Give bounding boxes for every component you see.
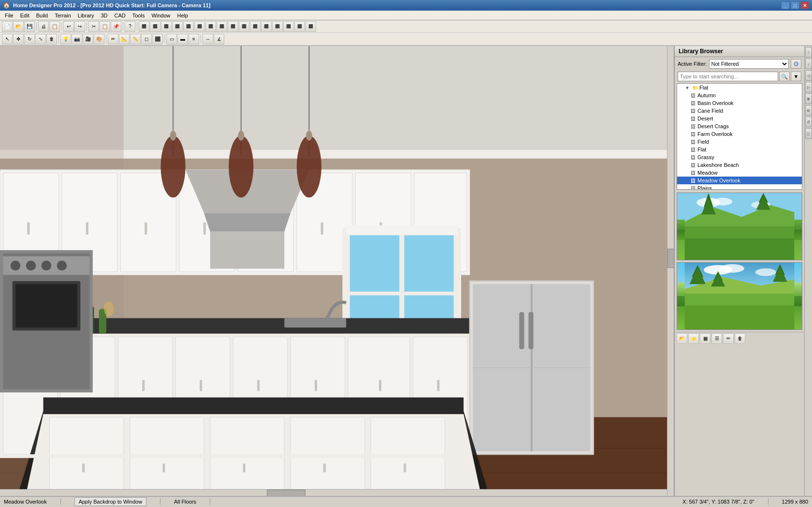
far-right-btn7[interactable]: ↺ — [805, 117, 812, 127]
tb-view16[interactable]: ⬛ — [305, 21, 316, 32]
tb-view15[interactable]: ⬛ — [294, 21, 305, 32]
menu-cad[interactable]: CAD — [111, 12, 128, 19]
menu-edit[interactable]: Edit — [17, 12, 32, 19]
close-button[interactable]: ✕ — [800, 1, 809, 9]
menu-help[interactable]: Help — [174, 12, 191, 19]
search-button[interactable]: 🔍 — [779, 72, 790, 81]
tree-item-cane-field[interactable]: 🖼 Cane Field — [677, 107, 802, 115]
library-tree[interactable]: ▼ 📁 Flat 🖼 Autumn 🖼 Basin Overlook 🖼 — [677, 83, 802, 190]
tb-view7[interactable]: ⬛ — [205, 21, 216, 32]
tb-view13[interactable]: ⬛ — [272, 21, 283, 32]
tb2-cam[interactable]: 📷 — [72, 34, 82, 45]
tb-help[interactable]: ? — [125, 21, 135, 32]
tree-item-farm[interactable]: 🖼 Farm Overlook — [677, 130, 802, 138]
preview-image-2[interactable] — [677, 262, 802, 330]
tb-view3[interactable]: ⬛ — [161, 21, 172, 32]
tb2-del[interactable]: 🗑 — [46, 34, 57, 45]
rp-btn6[interactable]: 🗑 — [735, 333, 745, 344]
search-options-btn[interactable]: ▼ — [791, 72, 801, 81]
viewport-vscroll[interactable] — [667, 46, 674, 496]
tree-item-desert-crags[interactable]: 🖼 Desert Crags — [677, 122, 802, 130]
tree-item-lakeshore[interactable]: 🖼 Lakeshore Beach — [677, 161, 802, 169]
tb2-wall2[interactable]: ▬ — [177, 34, 188, 45]
tb-view2[interactable]: ⬛ — [150, 21, 160, 32]
tree-item-flat[interactable]: 🖼 Flat — [677, 146, 802, 153]
tb-save[interactable]: 💾 — [24, 21, 35, 32]
tb2-stair[interactable]: ≡ — [188, 34, 199, 45]
tree-item-flat-folder[interactable]: ▼ 📁 Flat — [677, 84, 802, 91]
rp-btn4[interactable]: ☰ — [711, 333, 722, 344]
rp-btn1[interactable]: 📂 — [677, 333, 687, 344]
tree-item-field[interactable]: 🖼 Field — [677, 138, 802, 146]
tb2-light[interactable]: 💡 — [60, 34, 71, 45]
viewport-hscroll[interactable] — [0, 489, 667, 496]
tb-view10[interactable]: ⬛ — [239, 21, 249, 32]
tree-item-basin[interactable]: 🖼 Basin Overlook — [677, 99, 802, 107]
menu-tools[interactable]: Tools — [130, 12, 148, 19]
tb2-resize[interactable]: ⤡ — [35, 34, 46, 45]
preview-image-1[interactable] — [677, 193, 802, 260]
tb-paste[interactable]: 📌 — [111, 21, 121, 32]
apply-backdrop-btn[interactable]: Apply Backdrop to Window — [74, 497, 146, 506]
hscroll-thumb[interactable] — [267, 490, 305, 496]
viewport[interactable] — [0, 46, 674, 496]
tb-undo[interactable]: ↩ — [63, 21, 74, 32]
tb2-rotate[interactable]: ↻ — [24, 34, 35, 45]
tb2-select[interactable]: ↖ — [2, 34, 13, 45]
maximize-button[interactable]: □ — [791, 1, 799, 9]
tb2-angle[interactable]: ∡ — [214, 34, 224, 45]
tb2-draw2[interactable]: 📐 — [119, 34, 130, 45]
tb-view4[interactable]: ⬛ — [172, 21, 183, 32]
rp-btn2[interactable]: ⭐ — [688, 333, 699, 344]
tb-print-prev[interactable]: 📋 — [49, 21, 60, 32]
tree-item-grassy[interactable]: 🖼 Grassy — [677, 153, 802, 161]
tb-view14[interactable]: ⬛ — [283, 21, 294, 32]
minimize-button[interactable]: _ — [781, 1, 790, 9]
menu-file[interactable]: File — [2, 12, 16, 19]
tb-new[interactable]: 📄 — [2, 21, 13, 32]
rp-btn3[interactable]: ▦ — [700, 333, 710, 344]
tb-view11[interactable]: ⬛ — [250, 21, 261, 32]
tb2-cam2[interactable]: 🎥 — [83, 34, 93, 45]
tree-item-meadow[interactable]: 🖼 Meadow — [677, 169, 802, 177]
tb-copy[interactable]: 📋 — [100, 21, 110, 32]
tb2-draw1[interactable]: ✏ — [108, 34, 118, 45]
far-right-btn5[interactable]: ⊕ — [805, 93, 812, 104]
tb2-fill[interactable]: ⬛ — [152, 34, 163, 45]
far-right-btn4[interactable]: ▷ — [805, 82, 812, 92]
menu-build[interactable]: Build — [33, 12, 51, 19]
tree-item-meadow-overlook[interactable]: 🖼 Meadow Overlook — [677, 177, 802, 184]
tb-cut[interactable]: ✂ — [88, 21, 99, 32]
vscroll-thumb[interactable] — [667, 249, 674, 268]
far-right-btn6[interactable]: ⊖ — [805, 105, 812, 116]
tb2-dim[interactable]: ↔ — [203, 34, 213, 45]
tree-item-desert[interactable]: 🖼 Desert — [677, 115, 802, 122]
far-right-btn1[interactable]: ↑ — [805, 47, 812, 58]
tree-item-autumn[interactable]: 🖼 Autumn — [677, 91, 802, 99]
tb2-draw3[interactable]: 📏 — [130, 34, 141, 45]
tb2-wall[interactable]: ▭ — [166, 34, 177, 45]
menu-3d[interactable]: 3D — [98, 12, 110, 19]
tb-view5[interactable]: ⬛ — [183, 21, 194, 32]
rp-btn5[interactable]: ✏ — [723, 333, 734, 344]
filter-settings-btn[interactable]: ⚙ — [791, 59, 801, 69]
menu-window[interactable]: Window — [148, 12, 173, 19]
far-right-btn2[interactable]: ↓ — [805, 59, 812, 69]
tb-open[interactable]: 📂 — [13, 21, 24, 32]
tb2-move[interactable]: ✥ — [13, 34, 24, 45]
filter-dropdown[interactable]: Not Filtered — [709, 59, 789, 69]
tb-print[interactable]: 🖨 — [38, 21, 49, 32]
tb-view8[interactable]: ⬛ — [217, 21, 227, 32]
tb2-mat[interactable]: 🎨 — [94, 34, 104, 45]
tb-view9[interactable]: ⬛ — [228, 21, 238, 32]
far-right-btn3[interactable]: ◁ — [805, 70, 812, 81]
menu-library[interactable]: Library — [75, 12, 97, 19]
search-input[interactable] — [678, 72, 778, 81]
menu-terrain[interactable]: Terrain — [52, 12, 74, 19]
tb-view1[interactable]: ⬛ — [139, 21, 149, 32]
tb2-erase[interactable]: ◻ — [141, 34, 152, 45]
far-right-btn8[interactable]: ◻ — [805, 128, 812, 139]
tb-view6[interactable]: ⬛ — [194, 21, 205, 32]
tb-redo[interactable]: ↪ — [74, 21, 85, 32]
tree-item-plains[interactable]: 🖼 Plains — [677, 184, 802, 190]
